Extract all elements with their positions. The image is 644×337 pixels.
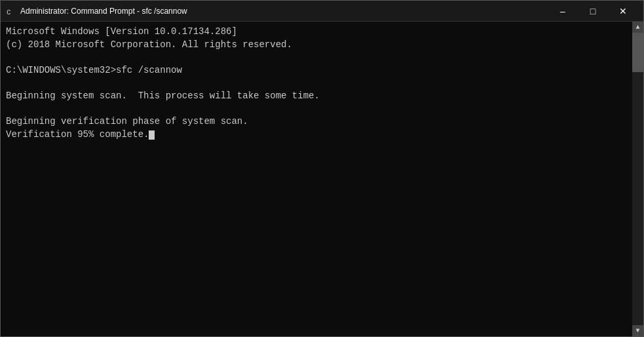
terminal-line: Microsoft Windows [Version 10.0.17134.28… — [6, 26, 627, 39]
scrollbar-thumb[interactable] — [632, 33, 643, 72]
terminal-output[interactable]: Microsoft Windows [Version 10.0.17134.28… — [1, 22, 632, 336]
terminal-line — [6, 103, 627, 116]
terminal-line: (c) 2018 Microsoft Corporation. All righ… — [6, 39, 627, 52]
maximize-button[interactable]: □ — [578, 1, 608, 22]
terminal-line: Verification 95% complete. — [6, 129, 627, 142]
terminal-line: C:\WINDOWS\system32>sfc /scannow — [6, 64, 627, 77]
cmd-window: C Administrator: Command Prompt - sfc /s… — [0, 0, 644, 337]
terminal-line — [6, 77, 627, 90]
command-prompt-icon: C — [6, 6, 16, 16]
cursor-blink — [149, 130, 155, 140]
terminal-line: Beginning system scan. This process will… — [6, 90, 627, 103]
title-bar-text: Administrator: Command Prompt - sfc /sca… — [20, 7, 548, 16]
scrollbar-up-arrow[interactable]: ▲ — [632, 22, 643, 33]
minimize-button[interactable]: – — [548, 1, 578, 22]
scrollbar-down-arrow[interactable]: ▼ — [632, 325, 643, 336]
terminal-line: Beginning verification phase of system s… — [6, 115, 627, 129]
terminal-line — [6, 51, 627, 64]
svg-text:C: C — [7, 9, 11, 16]
title-bar: C Administrator: Command Prompt - sfc /s… — [1, 1, 643, 22]
scrollbar[interactable]: ▲ ▼ — [632, 22, 643, 336]
content-area: Microsoft Windows [Version 10.0.17134.28… — [1, 22, 643, 336]
scrollbar-track[interactable] — [632, 33, 643, 325]
close-button[interactable]: ✕ — [608, 1, 638, 22]
title-bar-controls: – □ ✕ — [548, 1, 638, 22]
